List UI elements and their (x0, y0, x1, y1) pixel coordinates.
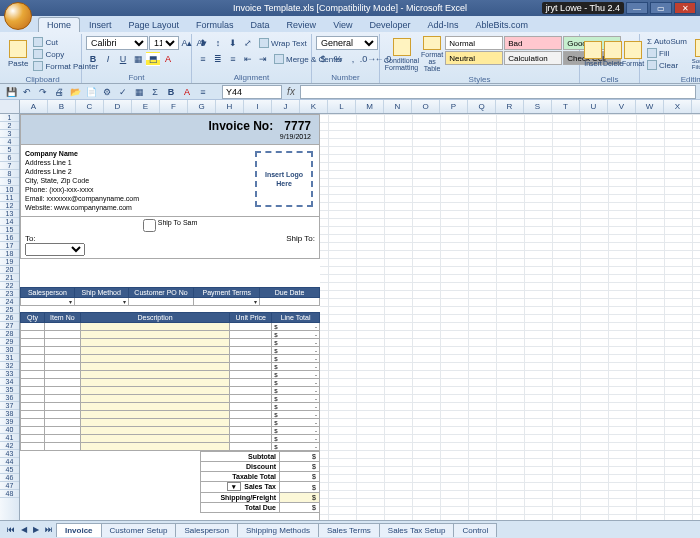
desc-cell[interactable] (80, 363, 230, 371)
orientation-button[interactable]: ⤢ (241, 36, 255, 50)
col-header[interactable]: U (580, 100, 608, 113)
linetotal-cell[interactable]: - (272, 355, 320, 363)
linetotal-cell[interactable]: - (272, 387, 320, 395)
row-header[interactable]: 5 (0, 146, 19, 154)
desc-cell[interactable] (80, 347, 230, 355)
sheet-nav-last[interactable]: ⏭ (42, 525, 56, 534)
price-cell[interactable] (230, 323, 272, 331)
border-button[interactable]: ▦ (131, 52, 145, 66)
discount-value[interactable]: $ (280, 462, 320, 472)
align-bottom-button[interactable]: ⬇ (226, 36, 240, 50)
price-cell[interactable] (230, 371, 272, 379)
percent-button[interactable]: % (331, 52, 345, 66)
row-header[interactable]: 47 (0, 482, 19, 490)
invoice-no[interactable]: 7777 (284, 119, 311, 133)
tab-view[interactable]: View (325, 18, 360, 32)
italic-button[interactable]: I (101, 52, 115, 66)
paste-button[interactable]: Paste (8, 36, 28, 72)
linetotal-cell[interactable]: - (272, 403, 320, 411)
desc-cell[interactable] (80, 395, 230, 403)
desc-cell[interactable] (80, 387, 230, 395)
terms-cell[interactable] (194, 298, 260, 306)
qat-icon[interactable]: ⚙ (100, 85, 114, 99)
row-header[interactable]: 10 (0, 186, 19, 194)
qat-color-icon[interactable]: A (180, 85, 194, 99)
tab-page-layout[interactable]: Page Layout (121, 18, 188, 32)
indent-dec-button[interactable]: ⇤ (241, 52, 255, 66)
row-header[interactable]: 46 (0, 474, 19, 482)
number-format-select[interactable]: General (316, 36, 378, 50)
sheet-tab-control[interactable]: Control (453, 523, 497, 537)
price-cell[interactable] (230, 363, 272, 371)
row-header[interactable]: 42 (0, 442, 19, 450)
qty-cell[interactable] (21, 443, 45, 451)
tax-value[interactable]: $ (280, 482, 320, 493)
qat-undo-icon[interactable]: ↶ (20, 85, 34, 99)
ship-to-same-checkbox[interactable] (143, 219, 156, 232)
ship-method-cell[interactable] (74, 298, 128, 306)
accounting-button[interactable]: $ (316, 52, 330, 66)
subtotal-value[interactable]: $ (280, 452, 320, 462)
row-header[interactable]: 45 (0, 466, 19, 474)
price-cell[interactable] (230, 331, 272, 339)
sheet-nav-next[interactable]: ▶ (30, 525, 42, 534)
worksheet-grid[interactable]: ABCDEFGHIJKLMNOPQRSTUVWX 123456789101112… (0, 100, 700, 520)
row-header[interactable]: 40 (0, 426, 19, 434)
qty-cell[interactable] (21, 323, 45, 331)
row-header[interactable]: 41 (0, 434, 19, 442)
inc-decimal-button[interactable]: .0→ (361, 52, 375, 66)
due-cell[interactable] (260, 298, 320, 306)
cell-style-bad[interactable]: Bad (504, 36, 562, 50)
sheet-nav-prev[interactable]: ◀ (18, 525, 30, 534)
row-header[interactable]: 4 (0, 138, 19, 146)
row-header[interactable]: 44 (0, 458, 19, 466)
salesperson-cell[interactable] (21, 298, 75, 306)
sheet-tab-customer-setup[interactable]: Customer Setup (101, 523, 177, 537)
col-header[interactable]: M (356, 100, 384, 113)
insert-cells-button[interactable]: Insert (584, 36, 602, 72)
row-header[interactable]: 22 (0, 282, 19, 290)
sheet-tab-shipping-methods[interactable]: Shipping Methods (237, 523, 319, 537)
col-header[interactable]: B (48, 100, 76, 113)
col-header[interactable]: J (272, 100, 300, 113)
desc-cell[interactable] (80, 411, 230, 419)
linetotal-cell[interactable]: - (272, 435, 320, 443)
desc-cell[interactable] (80, 427, 230, 435)
price-cell[interactable] (230, 435, 272, 443)
desc-cell[interactable] (80, 379, 230, 387)
row-header[interactable]: 48 (0, 490, 19, 498)
row-header[interactable]: 14 (0, 218, 19, 226)
row-header[interactable]: 37 (0, 402, 19, 410)
desc-cell[interactable] (80, 355, 230, 363)
sheet-nav-first[interactable]: ⏮ (4, 525, 18, 534)
row-header[interactable]: 38 (0, 410, 19, 418)
qty-cell[interactable] (21, 379, 45, 387)
minimize-button[interactable]: — (626, 2, 648, 14)
linetotal-cell[interactable]: - (272, 379, 320, 387)
tab-review[interactable]: Review (279, 18, 325, 32)
col-header[interactable]: G (188, 100, 216, 113)
col-header[interactable]: F (160, 100, 188, 113)
qty-cell[interactable] (21, 371, 45, 379)
price-cell[interactable] (230, 419, 272, 427)
row-header[interactable]: 30 (0, 346, 19, 354)
row-header[interactable]: 12 (0, 202, 19, 210)
taxable-value[interactable]: $ (280, 472, 320, 482)
qty-cell[interactable] (21, 355, 45, 363)
item-cell[interactable] (44, 403, 80, 411)
linetotal-cell[interactable]: - (272, 363, 320, 371)
price-cell[interactable] (230, 387, 272, 395)
qat-icon[interactable]: Σ (148, 85, 162, 99)
qty-cell[interactable] (21, 419, 45, 427)
qty-cell[interactable] (21, 347, 45, 355)
item-cell[interactable] (44, 395, 80, 403)
qat-new-icon[interactable]: 📄 (84, 85, 98, 99)
row-header[interactable]: 31 (0, 354, 19, 362)
row-header[interactable]: 18 (0, 250, 19, 258)
col-header[interactable]: A (20, 100, 48, 113)
cell-style-calculation[interactable]: Calculation (504, 51, 562, 65)
font-name-select[interactable]: Calibri (86, 36, 148, 50)
fill-color-button[interactable]: ⬒ (146, 52, 160, 66)
price-cell[interactable] (230, 379, 272, 387)
row-header[interactable]: 21 (0, 274, 19, 282)
